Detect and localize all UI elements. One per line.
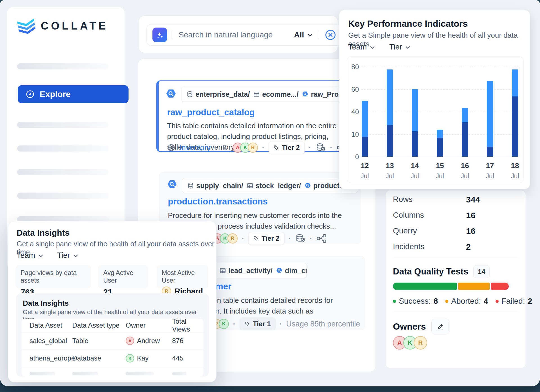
team-filter-dropdown[interactable]: Team	[348, 43, 375, 51]
table-icon	[247, 182, 253, 189]
bar-segment-light	[462, 108, 468, 122]
chevron-down-icon	[307, 32, 313, 38]
owner-avatars[interactable]: A K R	[233, 143, 258, 153]
owners-header: Owners	[393, 319, 449, 334]
x-axis-labels: 12Jul13Jul14Jul15Jul16Jul17Jul18Jul	[361, 161, 518, 180]
failed-segment	[491, 283, 509, 290]
table-row[interactable]: athena_europe Database K Kay 445	[22, 350, 203, 367]
stat-label: Page views by data assets	[21, 269, 86, 284]
x-tick-label: 12Jul	[356, 161, 373, 180]
x-tick-label: 16Jul	[456, 161, 473, 180]
clear-search-icon[interactable]	[325, 29, 336, 41]
stat-row: Columns 16	[393, 211, 518, 220]
separator-dot	[330, 143, 333, 152]
search-bar[interactable]: Search in natural language All	[147, 24, 342, 46]
tag-icon	[253, 236, 259, 241]
breadcrumb-segment[interactable]: lead_activity/	[219, 267, 273, 275]
panel-title: Data Insights	[23, 299, 69, 308]
bigquery-icon	[276, 267, 283, 274]
tier-badge[interactable]: Tier 2	[248, 232, 284, 245]
x-tick-label: 18Jul	[507, 161, 523, 180]
data-insights-card: Data Insights Get a single pane view of …	[8, 221, 217, 382]
domain-link[interactable]: Inventory	[179, 143, 211, 152]
bar-segment-dark	[512, 96, 518, 157]
chevron-down-icon	[405, 44, 411, 50]
stat-value: 16	[466, 226, 475, 236]
bar-segment-light	[512, 69, 518, 96]
breadcrumb[interactable]: lead_activity/ dim_customer	[214, 263, 307, 278]
avatar[interactable]: R	[414, 336, 427, 350]
breadcrumb-segment[interactable]: stock_ledger/	[247, 182, 301, 190]
legend-aborted: Aborted: 4	[445, 297, 488, 306]
stacked-bar	[462, 67, 468, 157]
asset-title-link[interactable]: production.transactions	[168, 197, 268, 207]
breadcrumb-label: dim_customer	[285, 267, 307, 275]
kpi-card: Key Performance Indicators Get a Simple …	[339, 10, 530, 189]
search-scope-dropdown[interactable]: All	[294, 30, 313, 39]
bar-segment-light	[362, 101, 368, 137]
test-count-badge[interactable]: 14	[473, 265, 490, 278]
breadcrumb[interactable]: enterprise_data/ ecomme.../ raw_Product_…	[181, 87, 364, 102]
legend-label: Aborted:	[451, 297, 481, 306]
cell-owner: K Kay	[126, 354, 148, 362]
separator-dot	[215, 143, 217, 152]
x-tick-label: 15Jul	[431, 161, 448, 180]
avatar[interactable]: R	[228, 233, 238, 244]
owners-avatars[interactable]: A K R	[393, 336, 427, 350]
breadcrumb-segment[interactable]: enterprise_data/	[186, 90, 250, 98]
data-quality-icon[interactable]	[295, 234, 306, 243]
sidebar-item-explore[interactable]: Explore	[18, 85, 129, 103]
usage-percentile-label: Usage 85th percentile	[286, 320, 360, 328]
lineage-icon[interactable]	[316, 234, 327, 243]
search-input[interactable]: Search in natural language	[179, 30, 273, 39]
separator-dot	[310, 234, 312, 243]
tier-filter-dropdown[interactable]: Tier	[57, 251, 78, 260]
stat-value: 344	[466, 195, 480, 204]
separator-dot	[233, 319, 236, 328]
column-header: Total Views	[172, 319, 203, 333]
column-header: Owner	[126, 321, 146, 329]
stat-row: Incidents 2	[393, 242, 518, 251]
asset-card-raw-product-catalog[interactable]: enterprise_data/ ecomme.../ raw_Product_…	[156, 80, 366, 152]
failed-dot-icon	[496, 300, 499, 303]
skeleton-bar	[72, 372, 98, 375]
success-segment	[393, 283, 457, 290]
bar-segment-light	[487, 81, 493, 147]
app-screenshot: COLLATE Explore Search i	[0, 0, 540, 392]
avatar[interactable]: R	[248, 143, 258, 153]
stacked-bar	[386, 67, 393, 157]
table-header-row: Data Asset Data Asset type Owner Total V…	[22, 319, 203, 332]
chevron-down-icon	[38, 253, 44, 258]
kpi-filters: Team Tier	[348, 43, 411, 51]
insights-title: Data Insights	[17, 228, 69, 238]
stat-label: Querry	[393, 226, 417, 235]
cell-type: Database	[72, 354, 101, 362]
breadcrumb-segment[interactable]: ecomme.../	[253, 90, 298, 98]
table-row[interactable]: sales_global Table A Andrew 876	[22, 332, 203, 350]
database-icon	[186, 91, 193, 98]
stat-label: Rows	[393, 195, 413, 204]
breadcrumb-label: lead_activity/	[228, 267, 273, 275]
tier-badge[interactable]: Tier 1	[240, 317, 276, 330]
data-quality-title: Data Quality Tests	[393, 267, 468, 277]
breadcrumb-segment[interactable]: dim_customer	[276, 267, 307, 275]
breadcrumb[interactable]: supply_chain/ stock_ledger/ production.t…	[182, 178, 358, 193]
tier-badge[interactable]: Tier 2	[269, 141, 305, 154]
team-filter-dropdown[interactable]: Team	[17, 251, 44, 260]
avatar[interactable]: K	[219, 319, 229, 329]
table-row-skeleton	[22, 367, 203, 377]
tier-filter-label: Tier	[389, 43, 402, 51]
edit-owners-button[interactable]	[431, 319, 449, 334]
divider	[319, 30, 319, 40]
bar-segment-dark	[412, 131, 418, 157]
breadcrumb-label: ecomme.../	[262, 90, 298, 98]
legend-label: Success:	[399, 297, 431, 306]
breadcrumb-segment[interactable]: supply_chain/	[187, 182, 243, 190]
brand-logo[interactable]: COLLATE	[17, 17, 108, 35]
data-quality-icon[interactable]	[315, 143, 326, 152]
asset-title-link[interactable]: raw_product_catalog	[167, 107, 255, 118]
tier-filter-dropdown[interactable]: Tier	[389, 43, 411, 51]
bar-segment-dark	[487, 147, 493, 157]
bar-segment-light	[437, 130, 443, 138]
legend-label: Failed:	[501, 297, 525, 306]
